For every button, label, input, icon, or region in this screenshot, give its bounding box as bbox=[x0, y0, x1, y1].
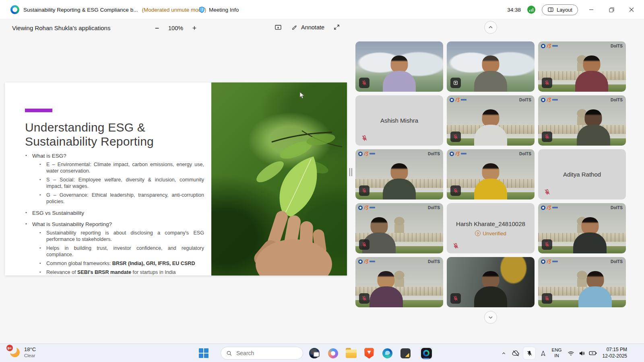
start-button[interactable] bbox=[197, 347, 210, 360]
participant-video-tile[interactable]: DoITS bbox=[538, 203, 626, 253]
connection-quality-icon[interactable] bbox=[527, 6, 535, 14]
pen-icon bbox=[291, 24, 298, 31]
battery-icon[interactable] bbox=[587, 344, 599, 362]
unverified-badge: ? Unverified bbox=[475, 230, 506, 237]
search-icon bbox=[226, 350, 233, 357]
restore-button[interactable] bbox=[605, 3, 618, 16]
windows-logo-icon bbox=[199, 348, 208, 358]
participant-video-tile[interactable]: DoITS bbox=[447, 95, 535, 146]
clock[interactable]: 07:15 PM 12-02-2025 bbox=[599, 344, 627, 362]
muted-mic-badge bbox=[359, 78, 369, 88]
slide-accent-bar bbox=[25, 109, 52, 112]
webex-app-button[interactable] bbox=[420, 347, 433, 360]
titlebar: Sustainability Reporting & ESG Complianc… bbox=[0, 0, 644, 19]
participant-tile-aditya-rathod[interactable]: Aditya Rathod bbox=[538, 149, 626, 200]
panel-resize-handle[interactable] bbox=[349, 168, 353, 176]
participant-silhouette bbox=[578, 271, 612, 307]
participant-video-tile[interactable]: DoITS bbox=[538, 95, 626, 146]
language-switcher[interactable]: ENG IN bbox=[549, 344, 564, 362]
participant-silhouette bbox=[369, 271, 403, 307]
zoom-out-button[interactable]: − bbox=[152, 23, 162, 33]
onedrive-paused-icon[interactable] bbox=[510, 344, 522, 362]
participant-video-tile[interactable]: DoITS bbox=[447, 149, 535, 200]
muted-mic-icon bbox=[452, 242, 460, 250]
participant-video-tile[interactable]: DoITS bbox=[355, 257, 443, 307]
bullet-what-is-esg: What is ESG? bbox=[25, 153, 204, 159]
participant-video-tile-presenter[interactable] bbox=[447, 41, 535, 92]
participant-video-tile[interactable]: DoITS bbox=[355, 203, 443, 253]
wifi-icon[interactable] bbox=[565, 344, 576, 362]
zoom-level: 100% bbox=[168, 25, 183, 31]
minimize-button[interactable] bbox=[584, 3, 598, 16]
layout-button[interactable]: Layout bbox=[542, 4, 578, 15]
participant-tile-harsh-kharate[interactable]: Harsh Kharate_24810028 ? Unverified bbox=[447, 203, 535, 253]
task-view-button[interactable] bbox=[308, 347, 321, 360]
bullet-environmental: E – Environmental: Climate impact, carbo… bbox=[25, 161, 204, 174]
weather-condition: Clear bbox=[24, 353, 36, 358]
mouse-cursor bbox=[299, 92, 305, 99]
view-on-device-icon[interactable] bbox=[274, 24, 282, 32]
participant-tile-ashish-mishra[interactable]: Ashish Mishra bbox=[355, 95, 443, 146]
task-view-icon bbox=[310, 349, 320, 357]
meeting-info-button[interactable]: Meeting Info bbox=[198, 0, 239, 19]
bullet-sr-disclosing: Sustainability reporting is about disclo… bbox=[25, 230, 204, 243]
doits-watermark: DoITS bbox=[611, 44, 623, 48]
notepad-button[interactable] bbox=[399, 347, 412, 360]
participant-name: Ashish Mishra bbox=[380, 117, 418, 124]
iitr-logo bbox=[450, 97, 466, 102]
copilot-button[interactable] bbox=[326, 347, 339, 360]
participants-scroll-up-button[interactable] bbox=[484, 21, 497, 34]
muted-mic-badge bbox=[542, 293, 552, 304]
edge-browser-button[interactable] bbox=[381, 347, 394, 360]
webex-app-icon bbox=[421, 348, 432, 359]
search-input[interactable] bbox=[236, 350, 309, 356]
participant-silhouette bbox=[474, 271, 508, 307]
file-explorer-button[interactable] bbox=[345, 347, 357, 360]
participant-video-tile[interactable]: DoITS bbox=[538, 257, 626, 307]
webex-logo-icon bbox=[10, 5, 19, 14]
muted-mic-badge bbox=[450, 132, 461, 142]
taskbar-search[interactable] bbox=[221, 347, 303, 360]
close-button[interactable] bbox=[625, 3, 638, 16]
participants-scroll-down-button[interactable] bbox=[484, 311, 497, 324]
iitr-logo bbox=[358, 151, 375, 156]
unverified-question-icon: ? bbox=[475, 230, 481, 236]
windows-taskbar: 9+ 18°C Clear ENG IN bbox=[0, 343, 644, 362]
weather-moon-icon: 9+ bbox=[9, 346, 21, 358]
muted-mic-badge bbox=[542, 239, 552, 250]
brave-icon bbox=[364, 348, 374, 359]
bullet-what-is-sr: What is Sustainability Reporting? bbox=[25, 221, 204, 227]
participant-video-tile[interactable] bbox=[447, 257, 535, 307]
shared-presentation-slide: Understanding ESG & Sustainability Repor… bbox=[5, 82, 347, 276]
doits-watermark: DoITS bbox=[611, 259, 623, 264]
volume-icon[interactable] bbox=[576, 344, 588, 362]
iitr-logo bbox=[358, 205, 375, 210]
date: 12-02-2025 bbox=[603, 353, 627, 360]
tray-mic-muted-icon[interactable] bbox=[523, 347, 535, 359]
brave-browser-button[interactable] bbox=[363, 347, 376, 360]
bullet-sebi: Relevance of SEBI's BRSR mandate for sta… bbox=[25, 269, 204, 276]
participant-silhouette bbox=[575, 56, 609, 92]
screen-sharing-badge bbox=[450, 78, 461, 88]
leaf-photo bbox=[211, 82, 347, 276]
shield-icon bbox=[198, 6, 206, 14]
participant-video-tile[interactable]: DoITS bbox=[538, 41, 626, 92]
muted-mic-icon bbox=[361, 134, 368, 142]
doits-watermark: DoITS bbox=[428, 206, 440, 210]
tray-chevron-up[interactable] bbox=[498, 344, 509, 362]
doits-watermark: DoITS bbox=[611, 206, 623, 210]
zoom-in-button[interactable]: + bbox=[190, 23, 199, 33]
iitr-logo bbox=[541, 43, 558, 48]
annotate-button[interactable]: Annotate bbox=[291, 24, 324, 31]
notepad-icon bbox=[400, 348, 411, 358]
doits-watermark: DoITS bbox=[519, 152, 531, 156]
time: 07:15 PM bbox=[607, 347, 627, 353]
participant-video-tile[interactable] bbox=[355, 41, 443, 92]
participant-name: Aditya Rathod bbox=[563, 171, 601, 178]
layout-icon bbox=[547, 6, 554, 13]
copilot-icon bbox=[328, 348, 338, 358]
expand-view-icon[interactable] bbox=[333, 24, 340, 31]
location-in-use-icon[interactable] bbox=[538, 344, 548, 362]
weather-widget[interactable]: 9+ 18°C Clear bbox=[9, 346, 36, 359]
participant-video-tile[interactable]: DoITS bbox=[355, 149, 443, 200]
